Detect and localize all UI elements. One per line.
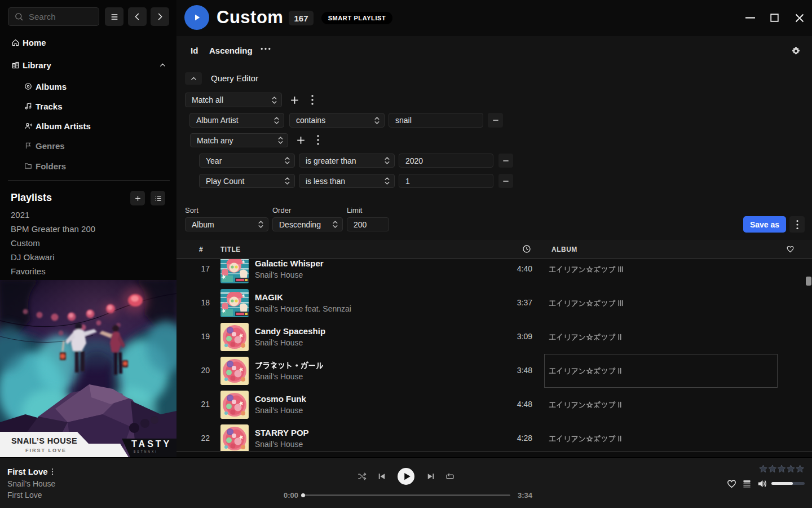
svg-text:SNAIL’S HOUSE: SNAIL’S HOUSE xyxy=(11,436,77,445)
svg-text:FIRST LOVE: FIRST LOVE xyxy=(25,448,67,453)
svg-text:TASTY: TASTY xyxy=(131,439,171,449)
svg-text:BSTNNXI: BSTNNXI xyxy=(134,450,158,453)
